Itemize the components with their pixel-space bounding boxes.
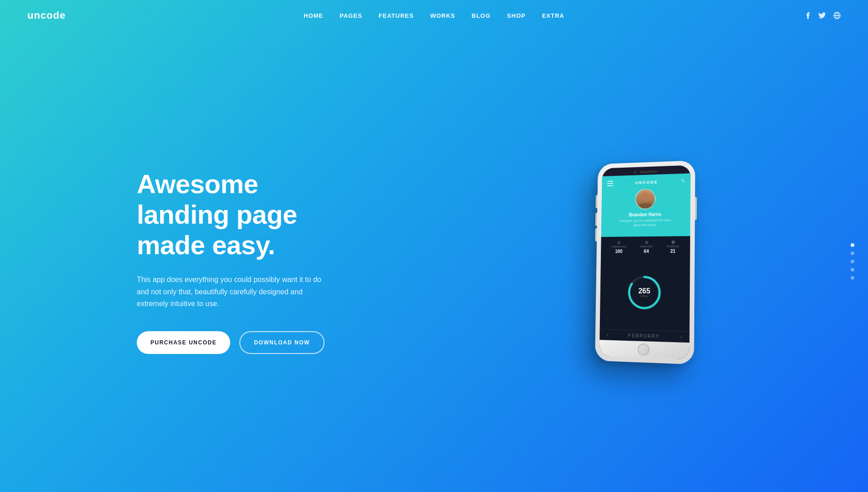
nav-item-pages[interactable]: PAGES bbox=[340, 11, 362, 20]
stat-overdue: OVERDUE 21 bbox=[666, 241, 679, 253]
nav-item-blog[interactable]: BLOG bbox=[472, 11, 491, 20]
app-screen: UNCODE ✎ Brandon Harris Good job, you've… bbox=[599, 173, 691, 343]
stat-label-overdue: OVERDUE bbox=[666, 245, 679, 247]
app-user-name: Brandon Harris bbox=[629, 212, 661, 217]
app-title: UNCODE bbox=[636, 179, 658, 184]
app-avatar bbox=[635, 189, 656, 210]
home-button[interactable] bbox=[638, 343, 650, 356]
hero-section: uncode HOME PAGES FEATURES WORKS BLOG SH… bbox=[0, 0, 868, 492]
stat-label-snoozed: SNOOZED bbox=[640, 245, 653, 248]
nav-prev-icon: ‹ bbox=[607, 333, 608, 338]
app-user-subtitle: Good job, you've completed 6% moretasks … bbox=[620, 218, 672, 228]
stat-label-completed: COMPLETED bbox=[611, 245, 626, 248]
hero-buttons: PURCHASE UNCODE DOWNLOAD NOW bbox=[137, 331, 333, 354]
phone-home-area bbox=[599, 340, 690, 359]
scroll-dots bbox=[851, 243, 854, 280]
stat-value-snoozed: 64 bbox=[644, 249, 649, 254]
social-links bbox=[806, 12, 841, 19]
stat-value-completed: 180 bbox=[615, 249, 622, 254]
app-edit-icon: ✎ bbox=[681, 178, 685, 184]
scroll-dot-5[interactable] bbox=[851, 276, 854, 280]
scroll-dot-4[interactable] bbox=[851, 268, 854, 272]
stat-dot-overdue bbox=[672, 241, 674, 243]
hero-body: Awesome landing page made easy. This app… bbox=[0, 31, 868, 492]
circle-label: TOTAL bbox=[638, 295, 650, 297]
brand-logo[interactable]: uncode bbox=[27, 10, 66, 21]
scroll-dot-3[interactable] bbox=[851, 260, 854, 263]
nav-item-works[interactable]: WORKS bbox=[430, 11, 455, 20]
app-menu-icon bbox=[607, 180, 613, 186]
app-header: UNCODE ✎ Brandon Harris Good job, you've… bbox=[601, 173, 691, 236]
nav-item-shop[interactable]: SHOP bbox=[507, 11, 526, 20]
nav-next-icon: › bbox=[681, 334, 682, 339]
scroll-dot-1[interactable] bbox=[851, 243, 854, 247]
phone-speaker bbox=[640, 170, 658, 173]
phone-mockup: UNCODE ✎ Brandon Harris Good job, you've… bbox=[594, 161, 695, 362]
phone-camera bbox=[634, 171, 636, 174]
stat-dot-completed bbox=[618, 241, 620, 244]
stat-completed: COMPLETED 180 bbox=[611, 241, 626, 254]
avatar-face bbox=[636, 190, 655, 209]
globe-icon[interactable] bbox=[833, 12, 841, 19]
phone-outer: UNCODE ✎ Brandon Harris Good job, you've… bbox=[595, 160, 695, 364]
stat-snoozed: SNOOZED 64 bbox=[640, 241, 653, 254]
phone-inner: UNCODE ✎ Brandon Harris Good job, you've… bbox=[599, 165, 691, 360]
facebook-icon[interactable] bbox=[806, 12, 811, 19]
circle-center: 265 TOTAL bbox=[638, 287, 650, 297]
app-header-top: UNCODE ✎ bbox=[607, 178, 685, 186]
scroll-dot-2[interactable] bbox=[851, 251, 854, 255]
nav-item-home[interactable]: HOME bbox=[304, 11, 323, 20]
hero-content: Awesome landing page made easy. This app… bbox=[137, 169, 333, 354]
app-stats: COMPLETED 180 SNOOZED 64 OVERDUE bbox=[601, 236, 690, 258]
nav-item-features[interactable]: FEATURES bbox=[379, 11, 414, 20]
nav-item-extra[interactable]: EXTRA bbox=[542, 11, 564, 20]
circle-gauge: 265 TOTAL bbox=[626, 274, 662, 311]
app-month: FEBRUARY bbox=[628, 333, 660, 339]
stat-value-overdue: 21 bbox=[670, 248, 675, 253]
purchase-button[interactable]: PURCHASE UNCODE bbox=[137, 331, 230, 354]
hero-headline: Awesome landing page made easy. bbox=[137, 169, 333, 260]
circle-number: 265 bbox=[638, 287, 650, 295]
app-circle-section: 265 TOTAL bbox=[600, 258, 690, 331]
stat-dot-snoozed bbox=[645, 241, 648, 244]
nav-menu: HOME PAGES FEATURES WORKS BLOG SHOP EXTR… bbox=[304, 11, 564, 20]
navbar: uncode HOME PAGES FEATURES WORKS BLOG SH… bbox=[0, 0, 868, 31]
download-button[interactable]: DOWNLOAD NOW bbox=[239, 331, 325, 354]
hero-description: This app does everything you could possi… bbox=[137, 274, 333, 310]
twitter-icon[interactable] bbox=[818, 12, 826, 19]
